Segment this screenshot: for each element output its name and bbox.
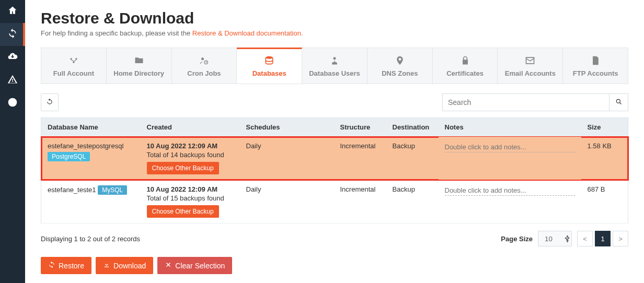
db-engine-badge: PostgreSQL: [48, 152, 90, 161]
sync-icon: [48, 261, 55, 270]
svg-point-2: [73, 62, 74, 63]
nodes-icon: [44, 55, 103, 67]
db-name: estefane_testepostgresql: [48, 142, 134, 150]
notes-input[interactable]: [445, 185, 575, 196]
structure-cell: Incremental: [334, 180, 386, 223]
size-cell: 1.58 KB: [581, 137, 628, 180]
col-header-name[interactable]: Database Name: [41, 118, 141, 137]
page-size-label: Page Size: [501, 235, 533, 243]
sidebar-item-download[interactable]: [0, 46, 25, 69]
svg-point-1: [75, 58, 77, 60]
tab-ftp-accounts[interactable]: FTP Accounts: [563, 48, 628, 84]
svg-point-7: [616, 99, 620, 103]
folder-icon: [110, 55, 168, 67]
tab-databases[interactable]: Databases: [237, 48, 302, 84]
record-count: Displaying 1 to 2 out of 2 records: [41, 235, 140, 243]
pager-page-button[interactable]: 1: [595, 231, 611, 246]
backups-count: Total of 15 backups found: [147, 194, 234, 202]
toolbar: [41, 93, 628, 111]
table-row[interactable]: estefane_testepostgresql PostgreSQL 10 A…: [41, 137, 628, 180]
tab-label: Databases: [252, 69, 286, 77]
main-content: Restore & Download For help finding a sp…: [25, 0, 644, 283]
page-subtitle: For help finding a specific backup, plea…: [41, 29, 628, 37]
tab-email-accounts[interactable]: Email Accounts: [498, 48, 563, 84]
col-header-size[interactable]: Size: [581, 118, 628, 137]
svg-point-0: [70, 58, 72, 60]
table-footer: Displaying 1 to 2 out of 2 records Page …: [41, 231, 628, 246]
tab-label: Email Accounts: [505, 69, 556, 77]
pagination: Page Size 10 ▴▾ < 1 >: [501, 231, 628, 246]
user-clock-icon: [175, 55, 234, 67]
search-group: [442, 93, 628, 111]
tabs-container: Full Account Home Directory Cron Jobs Da…: [41, 48, 628, 84]
tab-label: Home Directory: [113, 69, 164, 77]
home-icon: [7, 5, 18, 18]
destination-cell: Backup: [386, 137, 439, 180]
col-header-structure[interactable]: Structure: [334, 118, 386, 137]
tab-database-users[interactable]: Database Users: [302, 48, 367, 84]
svg-point-5: [266, 56, 273, 59]
clear-label: Clear Selection: [175, 262, 225, 270]
cloud-download-icon: [7, 51, 18, 64]
sidebar-item-restore[interactable]: [0, 23, 25, 46]
schedule-cell: Daily: [240, 137, 334, 180]
sync-icon: [7, 28, 18, 41]
destination-cell: Backup: [386, 180, 439, 223]
file-icon: [566, 55, 625, 67]
tab-label: Certificates: [446, 69, 484, 77]
user-tie-icon: [305, 55, 364, 67]
page-title: Restore & Download: [41, 9, 628, 27]
size-cell: 687 B: [581, 180, 628, 223]
svg-point-3: [201, 57, 204, 60]
table-row[interactable]: estefane_teste1 MySQL 10 Aug 2022 12:09 …: [41, 180, 628, 223]
envelope-icon: [501, 55, 559, 67]
tab-certificates[interactable]: Certificates: [433, 48, 498, 84]
download-label: Download: [113, 262, 146, 270]
tab-dns-zones[interactable]: DNS Zones: [367, 48, 433, 84]
tab-full-account[interactable]: Full Account: [41, 48, 107, 84]
choose-other-backup-button[interactable]: Choose Other Backup: [147, 162, 219, 174]
tab-label: Cron Jobs: [187, 69, 221, 77]
tab-cron-jobs[interactable]: Cron Jobs: [172, 48, 237, 84]
choose-other-backup-button[interactable]: Choose Other Backup: [147, 205, 219, 218]
download-button[interactable]: Download: [96, 257, 153, 274]
database-icon: [240, 55, 298, 67]
backups-table: Database Name Created Schedules Structur…: [41, 117, 628, 223]
col-header-destination[interactable]: Destination: [386, 118, 439, 137]
sidebar-item-alerts[interactable]: [0, 69, 25, 92]
map-pin-icon: [371, 55, 429, 67]
search-input[interactable]: [442, 93, 610, 111]
col-header-schedules[interactable]: Schedules: [240, 118, 334, 137]
clock-icon: [7, 97, 18, 110]
page-size-select[interactable]: 10: [538, 231, 572, 246]
refresh-icon: [46, 98, 53, 107]
close-icon: [165, 261, 172, 270]
schedule-cell: Daily: [240, 180, 334, 223]
db-name: estefane_teste1: [48, 186, 96, 194]
pager-prev-button[interactable]: <: [577, 231, 593, 246]
col-header-notes[interactable]: Notes: [439, 118, 581, 137]
restore-button[interactable]: Restore: [41, 257, 91, 274]
tab-label: Database Users: [309, 69, 360, 77]
clear-selection-button[interactable]: Clear Selection: [157, 257, 232, 274]
notes-input[interactable]: [445, 142, 575, 152]
backups-count: Total of 14 backups found: [147, 151, 234, 159]
svg-point-6: [334, 57, 336, 60]
sidebar: [0, 0, 25, 283]
search-icon: [615, 98, 623, 107]
col-header-created[interactable]: Created: [141, 118, 240, 137]
tab-home-directory[interactable]: Home Directory: [107, 48, 172, 84]
sidebar-item-history[interactable]: [0, 92, 25, 115]
table-header-row: Database Name Created Schedules Structur…: [41, 118, 628, 137]
sidebar-item-home[interactable]: [0, 0, 25, 23]
lock-icon: [436, 55, 494, 67]
pager-next-button[interactable]: >: [613, 231, 628, 246]
subtitle-text: For help finding a specific backup, plea…: [41, 29, 192, 37]
created-date: 10 Aug 2022 12:09 AM: [147, 142, 234, 150]
refresh-button[interactable]: [41, 93, 59, 111]
tab-label: Full Account: [53, 69, 94, 77]
action-buttons: Restore Download Clear Selection: [41, 257, 628, 274]
docs-link[interactable]: Restore & Download documentation.: [192, 29, 303, 37]
search-button[interactable]: [610, 93, 628, 111]
tab-label: FTP Accounts: [573, 69, 618, 77]
